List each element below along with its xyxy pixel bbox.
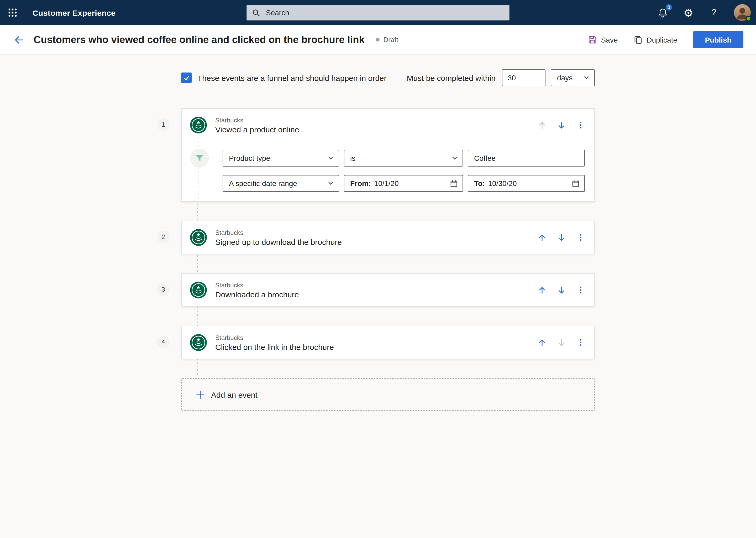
arrow-up-icon bbox=[537, 233, 546, 242]
event-number: 3 bbox=[157, 283, 169, 296]
publish-button[interactable]: Publish bbox=[693, 31, 743, 48]
presence-indicator bbox=[745, 16, 751, 22]
arrow-up-icon bbox=[537, 338, 546, 347]
event-row-1: 1 Starbucks bbox=[0, 108, 756, 202]
completion-window: Must be completed within days bbox=[407, 69, 595, 86]
notifications-button[interactable]: 8 bbox=[657, 7, 668, 19]
header-icons: 8 ⚙ ? bbox=[657, 4, 756, 21]
move-down-button[interactable] bbox=[556, 285, 566, 295]
order-checkbox[interactable] bbox=[181, 73, 192, 83]
settings-button[interactable]: ⚙ bbox=[683, 7, 694, 19]
app-window: Customer Experience 8 ⚙ ? bbox=[0, 0, 756, 538]
checkmark-icon bbox=[183, 74, 190, 81]
app-title: Customer Experience bbox=[32, 8, 116, 17]
funnel-options-row: These events are a funnel and should hap… bbox=[181, 69, 595, 86]
notification-badge: 8 bbox=[665, 3, 673, 12]
command-bar: Customers who viewed coffee online and c… bbox=[0, 25, 756, 55]
arrow-down-icon bbox=[557, 286, 566, 295]
filter-attribute-dropdown[interactable]: Product type bbox=[223, 150, 339, 167]
top-header: Customer Experience 8 ⚙ ? bbox=[0, 0, 756, 25]
chevron-down-icon bbox=[328, 155, 334, 161]
move-up-button[interactable] bbox=[537, 337, 547, 348]
more-options-button[interactable] bbox=[575, 232, 586, 243]
completion-unit-dropdown[interactable]: days bbox=[551, 69, 595, 86]
search-input[interactable] bbox=[265, 8, 504, 17]
move-down-button[interactable] bbox=[556, 337, 566, 348]
filter-operator-dropdown[interactable]: is bbox=[344, 150, 463, 167]
connector-line bbox=[213, 183, 223, 183]
command-actions: Save Duplicate Publish bbox=[588, 31, 743, 48]
event-source: Starbucks bbox=[215, 116, 299, 124]
event-number: 4 bbox=[157, 336, 169, 348]
chevron-down-icon bbox=[583, 75, 590, 81]
save-icon bbox=[588, 35, 597, 44]
completion-value-input[interactable] bbox=[502, 69, 545, 86]
back-arrow-icon bbox=[14, 34, 24, 45]
funnel-editor: These events are a funnel and should hap… bbox=[0, 55, 756, 411]
add-event-button[interactable]: Add an event bbox=[181, 378, 595, 411]
filter-value-input[interactable] bbox=[468, 150, 585, 167]
gear-icon: ⚙ bbox=[683, 7, 693, 18]
event-title: Clicked on the link in the brochure bbox=[215, 342, 334, 351]
save-button[interactable]: Save bbox=[588, 35, 618, 44]
duplicate-label: Duplicate bbox=[646, 35, 677, 44]
search-icon bbox=[252, 9, 260, 17]
event-source: Starbucks bbox=[215, 229, 342, 236]
waffle-grid-icon bbox=[8, 8, 17, 17]
move-down-button[interactable] bbox=[556, 120, 566, 130]
duplicate-icon bbox=[634, 35, 642, 44]
vertical-ellipsis-icon bbox=[577, 338, 585, 347]
app-launcher-icon[interactable] bbox=[0, 0, 25, 25]
arrow-up-icon bbox=[537, 121, 546, 130]
starbucks-logo bbox=[190, 282, 207, 298]
plus-icon bbox=[196, 390, 205, 399]
event-title: Downloaded a brochure bbox=[215, 290, 299, 299]
starbucks-logo bbox=[190, 117, 207, 134]
help-button[interactable]: ? bbox=[708, 7, 720, 19]
event-card-1: Starbucks Viewed a product online bbox=[181, 108, 595, 202]
calendar-icon[interactable] bbox=[572, 180, 580, 187]
account-avatar[interactable] bbox=[734, 4, 751, 21]
connector-line bbox=[209, 158, 223, 158]
calendar-icon[interactable] bbox=[450, 180, 458, 187]
event-card-3: Starbucks Downloaded a brochure bbox=[181, 273, 595, 307]
more-options-button[interactable] bbox=[575, 337, 586, 348]
vertical-ellipsis-icon bbox=[577, 121, 585, 129]
add-event-label: Add an event bbox=[211, 390, 258, 399]
move-down-button[interactable] bbox=[556, 232, 566, 243]
back-button[interactable] bbox=[13, 33, 25, 46]
event-card-4: Starbucks Clicked on the link in the bro… bbox=[181, 326, 595, 359]
vertical-ellipsis-icon bbox=[577, 286, 585, 294]
starbucks-logo bbox=[190, 334, 207, 351]
date-range-type-dropdown[interactable]: A specific date range bbox=[223, 175, 339, 192]
page-title: Customers who viewed coffee online and c… bbox=[34, 34, 365, 45]
chevron-down-icon bbox=[451, 155, 458, 161]
status-dot bbox=[376, 38, 380, 41]
more-options-button[interactable] bbox=[575, 285, 586, 295]
duplicate-button[interactable]: Duplicate bbox=[634, 35, 677, 44]
filter-icon-circle bbox=[190, 149, 209, 168]
vertical-ellipsis-icon bbox=[577, 233, 585, 242]
date-to-field[interactable]: To: 10/30/20 bbox=[468, 175, 585, 192]
event-row-2: 2 Starbucks Signed up to down bbox=[0, 221, 756, 254]
completion-label: Must be completed within bbox=[407, 73, 496, 82]
move-up-button[interactable] bbox=[537, 285, 547, 295]
event-row-4: 4 Starbucks Clicked on the li bbox=[0, 326, 756, 359]
completion-unit-value: days bbox=[557, 74, 573, 82]
event-source: Starbucks bbox=[215, 281, 299, 289]
date-from-field[interactable]: From: 10/1/20 bbox=[344, 175, 463, 192]
status-badge: Draft bbox=[376, 36, 398, 44]
save-label: Save bbox=[601, 35, 618, 44]
move-up-button[interactable] bbox=[537, 232, 547, 243]
question-mark-icon: ? bbox=[712, 7, 717, 18]
move-up-button[interactable] bbox=[537, 120, 547, 130]
event-flow: 1 Starbucks bbox=[0, 108, 756, 411]
global-search[interactable] bbox=[247, 5, 509, 21]
event-filter-section: Product type is bbox=[182, 141, 594, 201]
more-options-button[interactable] bbox=[575, 120, 586, 130]
event-card-2: Starbucks Signed up to download the broc… bbox=[181, 221, 595, 254]
arrow-up-icon bbox=[537, 286, 546, 295]
status-label: Draft bbox=[384, 36, 398, 44]
event-source: Starbucks bbox=[215, 334, 334, 341]
arrow-down-icon bbox=[557, 121, 566, 130]
